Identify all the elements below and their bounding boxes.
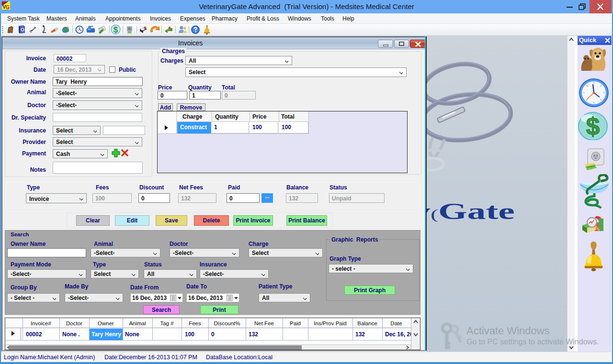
svg-text:$: $ bbox=[586, 112, 600, 140]
svg-text:$: $ bbox=[114, 25, 118, 34]
